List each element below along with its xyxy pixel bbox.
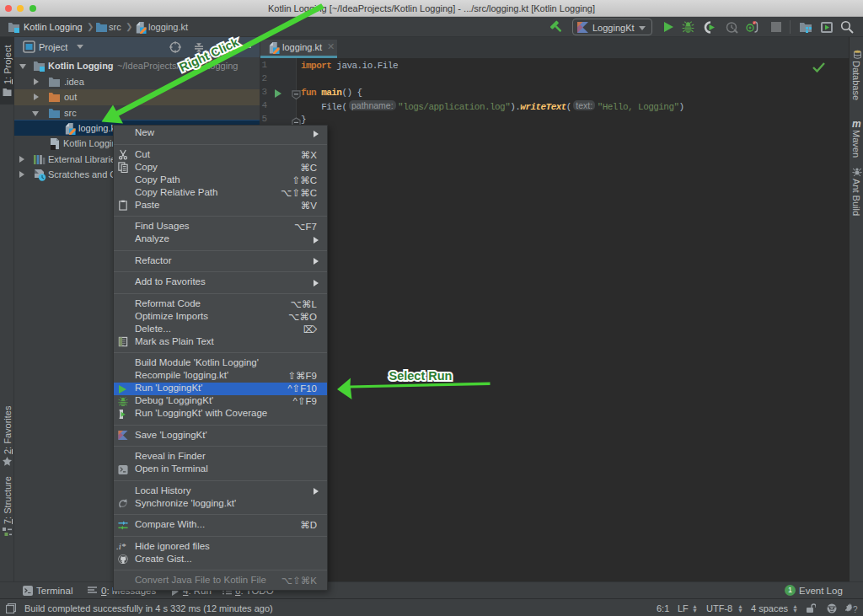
svg-text:?: ? (853, 605, 858, 614)
